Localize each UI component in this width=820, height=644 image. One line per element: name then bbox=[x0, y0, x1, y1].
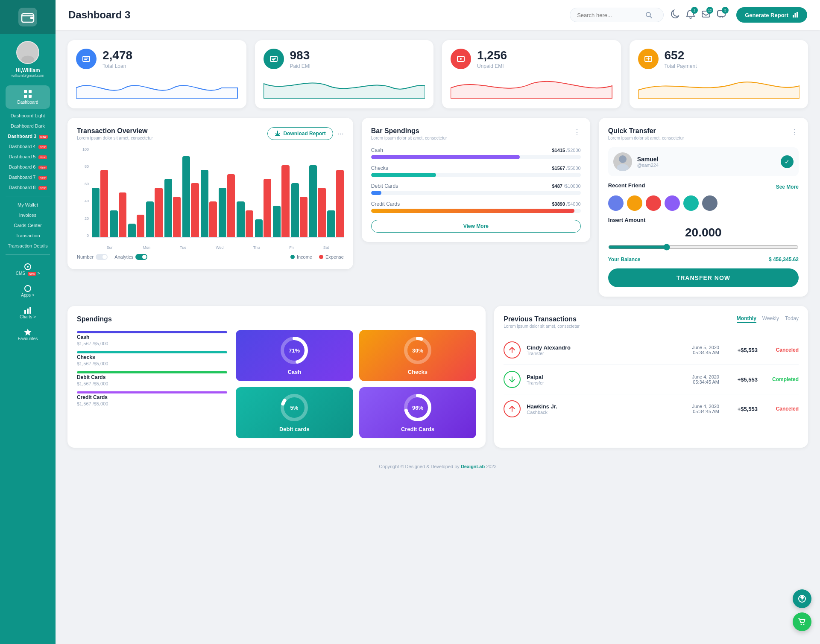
trans-icon-2 bbox=[504, 371, 521, 388]
fab-cart[interactable] bbox=[793, 612, 811, 631]
sidebar-logo bbox=[0, 0, 56, 34]
footer-text: Copyright © Designed & Developed by bbox=[379, 464, 460, 469]
svg-rect-20 bbox=[793, 15, 794, 17]
unpaid-emi-icon bbox=[451, 49, 471, 69]
sidebar-item-transaction[interactable]: Transaction bbox=[0, 230, 56, 241]
svg-point-26 bbox=[460, 58, 462, 60]
page-title: Dashboard 3 bbox=[68, 9, 570, 21]
svg-text:96%: 96% bbox=[412, 405, 423, 411]
sidebar-item-dashboard-dark[interactable]: Dashboard Dark bbox=[0, 121, 56, 131]
fab-group bbox=[793, 589, 811, 631]
svg-rect-5 bbox=[24, 90, 27, 93]
unpaid-emi-value: 1,256 bbox=[477, 49, 507, 62]
analytics-toggle[interactable] bbox=[135, 254, 147, 260]
svg-point-4 bbox=[21, 55, 34, 63]
fab-support[interactable] bbox=[793, 589, 811, 608]
spending-label-checks: Checks bbox=[371, 165, 388, 171]
amount-slider-wrapper bbox=[608, 244, 799, 252]
row-1: Transaction Overview Lorem ipsum dolor s… bbox=[67, 118, 808, 297]
sidebar-item-favourites[interactable]: Favourites bbox=[0, 323, 56, 345]
footer-brand-link[interactable]: DexignLab bbox=[461, 464, 485, 469]
header: Dashboard 3 2 12 5 Generate Report bbox=[56, 0, 820, 30]
bar-spendings-subtitle: Lorem ipsum dolor sit amet, consectetur bbox=[371, 136, 447, 140]
footer-year: 2023 bbox=[486, 464, 496, 469]
download-report-button[interactable]: Download Report bbox=[267, 127, 333, 140]
trans-date-3: June 4, 2020 05:34:45 AM bbox=[692, 404, 719, 414]
sidebar-divider bbox=[6, 196, 50, 196]
sidebar-item-cms[interactable]: CMS New > bbox=[0, 258, 56, 280]
bar-spendings-more-icon[interactable]: ⋮ bbox=[573, 127, 581, 137]
message-icon-btn[interactable]: 5 bbox=[717, 9, 726, 20]
total-loan-value: 2,478 bbox=[102, 49, 132, 62]
quick-transfer-more-icon[interactable]: ⋮ bbox=[791, 127, 799, 137]
sidebar-item-dashboard-5[interactable]: Dashboard 5 New bbox=[0, 152, 56, 162]
trans-amount-1: +$5,553 bbox=[732, 347, 758, 353]
dashboard-icon-btn[interactable]: Dashboard bbox=[6, 85, 50, 109]
sidebar: Hi,William william@gmail.com Dashboard D… bbox=[0, 0, 56, 644]
prev-trans-card-inner: Previous Transactions Lorem ipsum dolor … bbox=[494, 306, 808, 448]
trans-amount-2: +$5,553 bbox=[732, 376, 758, 383]
legend-analytics: Analytics bbox=[114, 254, 147, 260]
trans-amount-3: +$5,553 bbox=[732, 406, 758, 412]
friend-avatar-6[interactable] bbox=[702, 195, 718, 211]
qt-check-icon[interactable]: ✓ bbox=[781, 155, 794, 168]
bell-icon-btn[interactable]: 2 bbox=[686, 9, 695, 20]
svg-rect-6 bbox=[29, 90, 32, 93]
spending-values-credit: $3890 /$4000 bbox=[552, 201, 580, 207]
moon-icon-btn[interactable] bbox=[671, 9, 680, 20]
see-more-link[interactable]: See More bbox=[776, 184, 799, 190]
wallet-icon bbox=[18, 8, 37, 26]
download-icon bbox=[275, 131, 281, 137]
quick-transfer-card: Quick Transfer Lorem ipsum dolor sit ame… bbox=[599, 118, 808, 297]
friend-avatar-3[interactable] bbox=[646, 195, 661, 211]
sidebar-item-dashboard-6[interactable]: Dashboard 6 New bbox=[0, 162, 56, 172]
spendings-title: Spendings bbox=[77, 315, 476, 323]
amount-slider[interactable] bbox=[608, 244, 799, 251]
friend-avatar-5[interactable] bbox=[683, 195, 699, 211]
tab-weekly[interactable]: Weekly bbox=[762, 315, 779, 323]
spending-cat-cash: Cash $1,567 /$5,000 bbox=[77, 331, 227, 346]
sidebar-email: william@gmail.com bbox=[11, 73, 44, 78]
svg-point-11 bbox=[25, 286, 31, 291]
sidebar-item-charts[interactable]: Charts > bbox=[0, 302, 56, 323]
friend-avatar-1[interactable] bbox=[608, 195, 624, 211]
tab-monthly[interactable]: Monthly bbox=[737, 315, 756, 323]
tab-today[interactable]: Today bbox=[785, 315, 799, 323]
y-axis-labels: 020406080100 bbox=[77, 147, 89, 238]
friend-avatar-2[interactable] bbox=[627, 195, 642, 211]
sidebar-item-transaction-details[interactable]: Transaction Details bbox=[0, 241, 56, 251]
legend-number-label: Number bbox=[77, 254, 94, 259]
transfer-now-button[interactable]: TRANSFER NOW bbox=[608, 268, 799, 287]
more-options-icon[interactable]: ··· bbox=[337, 129, 344, 138]
paid-emi-value: 983 bbox=[290, 49, 311, 62]
view-more-button[interactable]: View More bbox=[371, 220, 581, 233]
friend-avatar-4[interactable] bbox=[665, 195, 680, 211]
sidebar-item-dashboard-3[interactable]: Dashboard 3 New bbox=[0, 131, 56, 141]
paid-emi-label: Paid EMI bbox=[290, 63, 311, 69]
donut-credit: 96% Credit Cards bbox=[359, 387, 477, 438]
spending-cat-sub-credit: $1,567 /$5,000 bbox=[77, 401, 227, 406]
sidebar-item-dashboard-light[interactable]: Dashboard Light bbox=[0, 111, 56, 121]
spending-cat-credit: Credit Cards $1,567 /$5,000 bbox=[77, 391, 227, 406]
notification-icon-btn[interactable]: 12 bbox=[701, 9, 711, 20]
sidebar-item-dashboard-7[interactable]: Dashboard 7 New bbox=[0, 172, 56, 182]
trans-info-3: Hawkins Jr. Cashback bbox=[527, 403, 557, 415]
sidebar-item-dashboard-8[interactable]: Dashboard 8 New bbox=[0, 182, 56, 192]
sidebar-item-my-wallet[interactable]: My Wallet bbox=[0, 200, 56, 210]
sidebar-item-apps[interactable]: Apps > bbox=[0, 280, 56, 302]
svg-rect-23 bbox=[83, 56, 90, 61]
moon-icon bbox=[671, 9, 680, 19]
sidebar-item-dashboard-4[interactable]: Dashboard 4 New bbox=[0, 141, 56, 152]
trans-status-1: Canceled bbox=[769, 347, 799, 353]
badge-new: New bbox=[39, 135, 47, 139]
svg-point-43 bbox=[802, 600, 802, 601]
stat-card-paid-emi: 983 Paid EMI bbox=[255, 40, 434, 108]
total-loan-icon bbox=[76, 49, 97, 69]
sidebar-item-cards-center[interactable]: Cards Center bbox=[0, 220, 56, 230]
search-input[interactable] bbox=[577, 12, 645, 18]
sidebar-item-invoices[interactable]: Invoices bbox=[0, 210, 56, 220]
svg-marker-15 bbox=[24, 329, 32, 335]
number-toggle[interactable] bbox=[96, 254, 108, 260]
generate-report-button[interactable]: Generate Report bbox=[736, 7, 807, 23]
trans-type-1: Transfer bbox=[527, 351, 571, 356]
